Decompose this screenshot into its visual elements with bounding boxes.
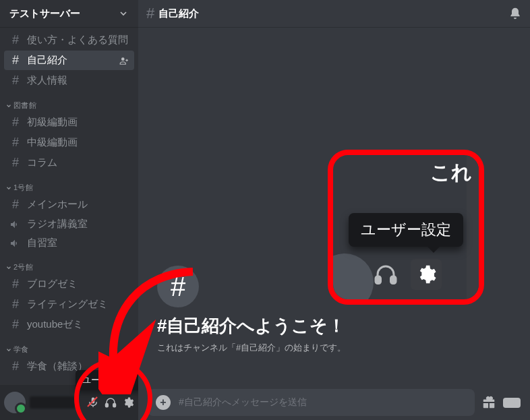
channel-title: 自己紹介 bbox=[158, 7, 199, 20]
channel-label: 使い方・よくある質問 bbox=[27, 34, 128, 47]
attach-button[interactable]: + bbox=[156, 395, 171, 410]
zoom-headphones-icon bbox=[370, 259, 401, 290]
text-channel-item[interactable]: #自己紹介 bbox=[4, 51, 134, 70]
welcome-block: # #自己紹介へようこそ！ これはチャンネル「#自己紹介」の始まりです。 bbox=[157, 266, 346, 354]
svg-point-0 bbox=[121, 57, 125, 61]
zoom-tooltip: ユーザー設定 bbox=[349, 213, 463, 247]
hash-icon: # bbox=[9, 136, 22, 150]
message-input[interactable]: + #自己紹介へメッセージを送信 bbox=[148, 389, 475, 416]
channel-label: 求人情報 bbox=[27, 74, 67, 87]
svg-rect-4 bbox=[391, 276, 396, 284]
user-settings-tooltip: ユーザー設定 bbox=[76, 370, 142, 390]
category-header[interactable]: 2号館 bbox=[0, 253, 138, 274]
notification-bell-icon[interactable] bbox=[508, 7, 522, 20]
channel-label: youtubeゼミ bbox=[27, 318, 83, 331]
hash-icon: # bbox=[9, 359, 22, 373]
channel-label: コラム bbox=[27, 156, 57, 169]
channel-header: # 自己紹介 bbox=[138, 0, 530, 27]
user-panel: ユーザー設定 bbox=[0, 385, 138, 420]
hash-icon: # bbox=[9, 198, 22, 212]
chevron-down-icon bbox=[118, 8, 129, 19]
channel-label: 自己紹介 bbox=[27, 54, 67, 67]
gift-icon[interactable] bbox=[481, 395, 496, 410]
text-channel-item[interactable]: #ライティングゼミ bbox=[4, 295, 134, 314]
category-header[interactable]: 図書館 bbox=[0, 91, 138, 112]
channel-label: 中級編動画 bbox=[27, 136, 78, 149]
voice-channel-item[interactable]: 自習室 bbox=[4, 234, 134, 252]
hash-icon: # bbox=[9, 53, 22, 67]
welcome-title: #自己紹介へようこそ！ bbox=[157, 314, 346, 338]
message-composer: + #自己紹介へメッセージを送信 GIF bbox=[138, 385, 530, 420]
hash-icon: # bbox=[9, 297, 22, 311]
hash-icon: # bbox=[9, 33, 22, 47]
category-header[interactable]: 学食 bbox=[0, 335, 138, 356]
speaker-icon bbox=[9, 238, 22, 249]
speaker-icon bbox=[9, 219, 22, 230]
create-invite-icon[interactable] bbox=[119, 56, 129, 65]
welcome-hash-icon: # bbox=[157, 266, 199, 307]
main-area: # 自己紹介 # #自己紹介へようこそ！ これはチャンネル「#自己紹介」の始まり… bbox=[138, 0, 530, 420]
hash-icon: # bbox=[9, 73, 22, 88]
message-placeholder: #自己紹介へメッセージを送信 bbox=[179, 396, 307, 409]
hash-icon: # bbox=[9, 318, 22, 332]
annotation-zoom-box: こ⁣れ ユーザー設定 bbox=[328, 150, 484, 305]
deafen-button[interactable] bbox=[105, 396, 117, 409]
svg-rect-1 bbox=[106, 404, 109, 407]
hash-icon: # bbox=[9, 277, 22, 291]
hash-icon: # bbox=[9, 115, 22, 129]
text-channel-item[interactable]: #中級編動画 bbox=[4, 133, 134, 152]
text-channel-item[interactable]: #求人情報 bbox=[4, 71, 134, 90]
hash-icon: # bbox=[9, 156, 22, 170]
text-channel-item[interactable]: #コラム bbox=[4, 153, 134, 173]
channel-label: 初級編動画 bbox=[27, 116, 78, 129]
channel-label: ブログゼミ bbox=[27, 278, 78, 291]
channel-label: 自習室 bbox=[27, 237, 57, 249]
server-header[interactable]: テストサーバー bbox=[0, 0, 138, 27]
channel-label: ラジオ講義室 bbox=[27, 218, 88, 231]
hash-icon: # bbox=[146, 5, 154, 22]
voice-channel-item[interactable]: ラジオ講義室 bbox=[4, 215, 134, 233]
text-channel-item[interactable]: #ブログゼミ bbox=[4, 274, 134, 294]
zoom-gear-icon bbox=[411, 259, 442, 290]
text-channel-item[interactable]: #メインホール bbox=[4, 195, 134, 214]
text-channel-item[interactable]: #使い方・よくある質問 bbox=[4, 30, 134, 50]
user-settings-button[interactable] bbox=[122, 396, 134, 409]
mute-mic-button[interactable] bbox=[87, 396, 99, 409]
welcome-subtitle: これはチャンネル「#自己紹介」の始まりです。 bbox=[157, 342, 346, 354]
category-header[interactable]: 1号館 bbox=[0, 173, 138, 194]
svg-rect-3 bbox=[376, 276, 381, 284]
zoom-cut-text: こ⁣れ bbox=[430, 159, 472, 187]
text-channel-item[interactable]: #youtubeゼミ bbox=[4, 315, 134, 334]
avatar[interactable] bbox=[4, 392, 26, 413]
server-name: テストサーバー bbox=[9, 7, 80, 20]
username-redacted bbox=[30, 396, 76, 409]
gif-button[interactable]: GIF bbox=[503, 398, 521, 408]
channel-label: ライティングゼミ bbox=[27, 298, 108, 311]
channel-label: メインホール bbox=[27, 198, 88, 211]
text-channel-item[interactable]: #初級編動画 bbox=[4, 113, 134, 132]
channel-sidebar: テストサーバー #使い方・よくある質問#自己紹介#求人情報図書館#初級編動画#中… bbox=[0, 0, 138, 420]
channel-list: #使い方・よくある質問#自己紹介#求人情報図書館#初級編動画#中級編動画#コラム… bbox=[0, 27, 138, 385]
svg-rect-2 bbox=[113, 404, 116, 407]
